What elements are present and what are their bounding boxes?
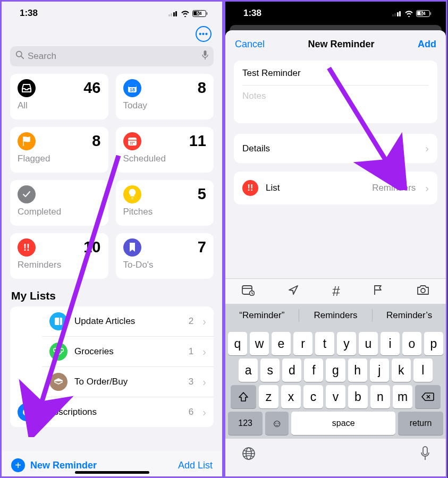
key-l[interactable]: l xyxy=(413,358,433,382)
cellular-icon xyxy=(168,10,178,16)
key-i[interactable]: i xyxy=(381,332,400,355)
key-d[interactable]: d xyxy=(282,358,301,382)
key-f[interactable]: f xyxy=(304,358,323,382)
tile-count: 8 xyxy=(198,79,206,97)
key-n[interactable]: n xyxy=(370,385,390,408)
key-e[interactable]: e xyxy=(272,332,291,355)
home-indicator[interactable] xyxy=(75,471,149,474)
key-g[interactable]: g xyxy=(326,358,345,382)
svg-point-12 xyxy=(130,143,131,144)
key-k[interactable]: k xyxy=(392,358,411,382)
suggestion[interactable]: Reminders xyxy=(299,310,373,321)
key-o[interactable]: o xyxy=(402,332,421,355)
list-count: 1 xyxy=(189,346,193,357)
emoji-key[interactable]: ☺ xyxy=(265,412,289,435)
space-key[interactable]: space xyxy=(291,412,395,435)
tile-label: Flagged xyxy=(18,153,101,164)
clock: 1:38 xyxy=(243,8,261,19)
key-h[interactable]: h xyxy=(348,358,367,382)
calgrid-icon xyxy=(123,132,141,150)
tile-todos[interactable]: 7To-Do's xyxy=(116,233,214,279)
notes-input[interactable]: Notes xyxy=(242,91,429,101)
dictation-key[interactable] xyxy=(420,446,430,465)
list-row[interactable]: Groceries1› xyxy=(42,337,214,367)
return-key[interactable]: return xyxy=(398,412,443,435)
tile-flagged[interactable]: 8Flagged xyxy=(10,127,108,173)
check-icon xyxy=(18,185,36,203)
key-b[interactable]: b xyxy=(348,385,368,408)
key-s[interactable]: s xyxy=(260,358,280,382)
numbers-key[interactable]: 123 xyxy=(228,412,263,435)
more-button[interactable]: ••• xyxy=(196,26,212,42)
key-j[interactable]: j xyxy=(370,358,389,382)
new-reminder-button[interactable]: + New Reminder xyxy=(11,458,97,472)
details-row[interactable]: Details › xyxy=(234,134,437,163)
list-count: 3 xyxy=(189,377,193,387)
more-icon: ••• xyxy=(199,30,208,38)
key-q[interactable]: q xyxy=(228,332,247,355)
list-row[interactable]: Subscriptions6› xyxy=(10,397,214,427)
svg-rect-29 xyxy=(423,447,427,455)
tile-completed[interactable]: Completed xyxy=(10,180,108,226)
calendar-icon[interactable] xyxy=(242,284,255,299)
tile-count: 5 xyxy=(198,185,206,203)
tile-label: All xyxy=(18,100,101,111)
tile-count: 8 xyxy=(92,132,100,150)
tile-label: Today xyxy=(123,100,207,111)
key-u[interactable]: u xyxy=(359,332,378,355)
keyboard-toolbar: # xyxy=(225,278,446,304)
tile-reminders[interactable]: !!10Reminders xyxy=(10,233,108,279)
suggestion[interactable]: Reminder’s xyxy=(373,310,446,321)
key-a[interactable]: a xyxy=(239,358,258,382)
my-lists-header: My Lists xyxy=(2,279,222,306)
tile-count: 10 xyxy=(83,238,100,256)
list-icon xyxy=(49,373,67,391)
key-y[interactable]: y xyxy=(337,332,356,355)
tile-all[interactable]: 46All xyxy=(10,74,108,120)
plus-icon: + xyxy=(11,458,25,472)
tile-scheduled[interactable]: 11Scheduled xyxy=(116,127,214,173)
svg-point-23 xyxy=(421,288,425,293)
reminder-input-card[interactable]: Test Reminder Notes xyxy=(234,61,437,123)
list-row[interactable]: Update Articles2› xyxy=(42,306,214,337)
globe-key[interactable] xyxy=(241,446,256,465)
bookmark-icon xyxy=(123,238,141,257)
key-w[interactable]: w xyxy=(250,332,269,355)
cellular-icon xyxy=(392,10,402,16)
shift-key[interactable] xyxy=(231,385,256,408)
key-v[interactable]: v xyxy=(326,385,345,408)
camera-icon[interactable] xyxy=(417,285,429,298)
key-p[interactable]: p xyxy=(424,332,443,355)
key-c[interactable]: c xyxy=(303,385,323,408)
key-z[interactable]: z xyxy=(259,385,278,408)
mic-icon[interactable] xyxy=(202,50,208,62)
tag-icon[interactable]: # xyxy=(332,283,340,300)
svg-point-10 xyxy=(132,142,133,143)
flag-icon xyxy=(18,132,36,150)
key-x[interactable]: x xyxy=(281,385,301,408)
key-m[interactable]: m xyxy=(393,385,412,408)
list-label: Update Articles xyxy=(74,316,182,327)
list-count: 2 xyxy=(189,316,193,327)
svg-text:18: 18 xyxy=(129,87,134,92)
list-row[interactable]: To Order/Buy3› xyxy=(42,367,214,397)
suggestion[interactable]: “Reminder” xyxy=(225,310,299,321)
add-button[interactable]: Add xyxy=(418,39,436,50)
title-input[interactable]: Test Reminder xyxy=(242,68,429,79)
delete-key[interactable] xyxy=(415,385,441,408)
search-icon xyxy=(15,50,24,62)
tile-today[interactable]: 188Today xyxy=(116,74,214,120)
location-icon[interactable] xyxy=(288,284,299,299)
search-placeholder: Search xyxy=(28,51,199,62)
tile-count: 46 xyxy=(83,79,100,97)
chevron-right-icon: › xyxy=(202,315,206,328)
key-r[interactable]: r xyxy=(293,332,312,355)
flag-icon[interactable] xyxy=(373,284,384,299)
add-list-button[interactable]: Add List xyxy=(178,460,213,471)
key-t[interactable]: t xyxy=(315,332,334,355)
list-row[interactable]: !! List Reminders › xyxy=(234,172,437,204)
tile-pitches[interactable]: 5Pitches xyxy=(116,180,214,226)
search-field[interactable]: Search xyxy=(10,46,214,66)
cancel-button[interactable]: Cancel xyxy=(235,39,265,50)
list-icon xyxy=(49,312,67,330)
